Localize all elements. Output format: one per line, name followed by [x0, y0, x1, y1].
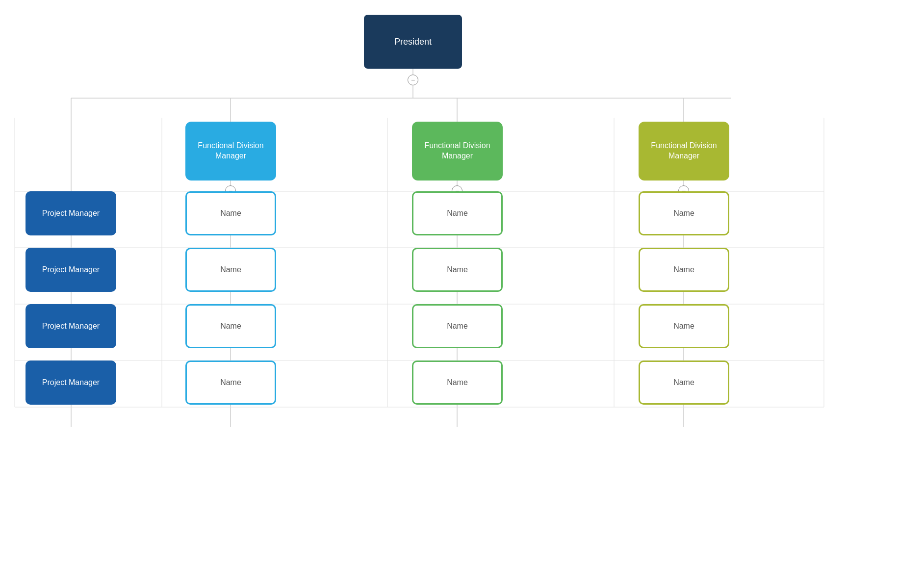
pm1-label: Project Manager	[42, 209, 100, 218]
fdm-node-3: Functional DivisionManager	[639, 122, 729, 181]
name-green-2-label: Name	[447, 265, 468, 274]
name-box-green-3: Name	[412, 304, 503, 348]
name-blue-1-label: Name	[220, 209, 241, 218]
pm3-label: Project Manager	[42, 322, 100, 331]
pm-node-4: Project Manager	[26, 361, 116, 405]
name-green-4-label: Name	[447, 378, 468, 387]
pm-node-2: Project Manager	[26, 248, 116, 292]
fdm2-label: Functional DivisionManager	[424, 141, 490, 161]
name-box-blue-1: Name	[185, 191, 276, 235]
president-node: President	[364, 15, 462, 69]
name-box-blue-3: Name	[185, 304, 276, 348]
name-yellow-2-label: Name	[673, 265, 694, 274]
fdm-node-1: Functional DivisionManager	[185, 122, 276, 181]
fdm-node-2: Functional DivisionManager	[412, 122, 503, 181]
name-box-green-2: Name	[412, 248, 503, 292]
president-collapse-icon[interactable]: −	[408, 75, 418, 85]
name-blue-2-label: Name	[220, 265, 241, 274]
fdm1-label: Functional DivisionManager	[198, 141, 263, 161]
name-box-green-4: Name	[412, 361, 503, 405]
name-box-yellow-2: Name	[639, 248, 729, 292]
name-green-1-label: Name	[447, 209, 468, 218]
name-green-3-label: Name	[447, 322, 468, 331]
name-blue-4-label: Name	[220, 378, 241, 387]
name-yellow-3-label: Name	[673, 322, 694, 331]
pm-node-1: Project Manager	[26, 191, 116, 235]
fdm3-label: Functional DivisionManager	[651, 141, 717, 161]
name-yellow-1-label: Name	[673, 209, 694, 218]
pm-node-3: Project Manager	[26, 304, 116, 348]
name-blue-3-label: Name	[220, 322, 241, 331]
name-box-yellow-3: Name	[639, 304, 729, 348]
name-box-blue-4: Name	[185, 361, 276, 405]
name-box-green-1: Name	[412, 191, 503, 235]
pm2-label: Project Manager	[42, 265, 100, 274]
name-box-yellow-4: Name	[639, 361, 729, 405]
name-box-blue-2: Name	[185, 248, 276, 292]
name-box-yellow-1: Name	[639, 191, 729, 235]
org-chart: President − Functional DivisionManager −…	[0, 0, 924, 568]
pm4-label: Project Manager	[42, 378, 100, 387]
president-label: President	[394, 37, 432, 47]
name-yellow-4-label: Name	[673, 378, 694, 387]
